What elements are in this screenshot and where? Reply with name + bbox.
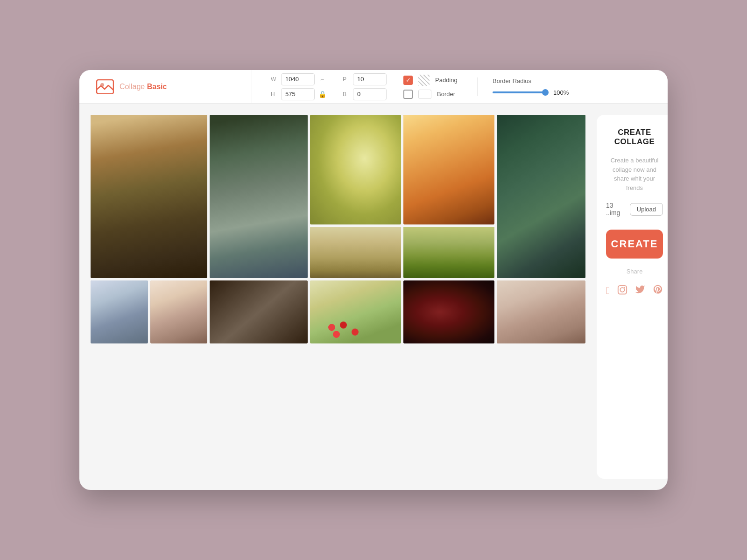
twitter-icon[interactable] xyxy=(635,284,645,297)
photo-row3-col1 xyxy=(91,280,207,343)
app-container: Collage Basic W ⌐ H 🔒 xyxy=(79,70,668,490)
padding-toggle-label: Padding xyxy=(435,77,458,84)
photo-cell-4[interactable] xyxy=(403,115,494,224)
dimension-controls: W ⌐ H 🔒 xyxy=(271,73,326,100)
border-toggle-row: Border xyxy=(403,90,460,99)
facebook-icon[interactable]:  xyxy=(606,285,610,297)
logo-icon xyxy=(96,79,114,94)
lock-top-icon: ⌐ xyxy=(318,76,326,83)
width-input[interactable] xyxy=(281,73,315,85)
padding-label: P xyxy=(343,76,349,83)
photo-cell-5[interactable] xyxy=(310,227,401,278)
lock-bottom-icon: 🔒 xyxy=(318,91,326,98)
svg-point-3 xyxy=(620,287,624,292)
padding-toggle-row: Padding xyxy=(403,75,460,86)
logo-section: Collage Basic xyxy=(79,70,252,103)
instagram-icon[interactable] xyxy=(617,285,627,297)
toggle-group: Padding Border xyxy=(403,75,460,99)
border-toggle-label: Border xyxy=(437,91,460,98)
photo-cell-10[interactable] xyxy=(210,280,308,343)
svg-point-4 xyxy=(624,287,625,287)
height-input[interactable] xyxy=(281,88,315,100)
photo-cell-12[interactable] xyxy=(403,280,494,343)
logo-text: Collage Basic xyxy=(120,83,167,91)
height-label: H xyxy=(271,91,277,98)
upload-row: 13 ..img Upload xyxy=(606,202,663,217)
create-collage-desc: Create a beautiful collage now and share… xyxy=(606,156,663,192)
pinterest-icon[interactable] xyxy=(653,284,663,297)
main-content: CREATE COLLAGE Create a beautiful collag… xyxy=(79,104,668,490)
photo-cell-6[interactable] xyxy=(403,227,494,278)
border-color-swatch[interactable] xyxy=(418,90,431,99)
width-label: W xyxy=(271,76,277,83)
logo-basic: Basic xyxy=(147,83,167,91)
border-radius-section: Border Radius 100% xyxy=(477,77,584,96)
header: Collage Basic W ⌐ H 🔒 xyxy=(79,70,668,104)
border-row: B xyxy=(343,88,387,100)
controls-section: W ⌐ H 🔒 P B xyxy=(252,73,668,100)
share-label: Share xyxy=(627,268,643,275)
border-radius-label: Border Radius xyxy=(493,77,569,84)
padding-checkbox[interactable] xyxy=(403,76,413,85)
border-label: B xyxy=(343,91,349,98)
border-input[interactable] xyxy=(353,88,387,100)
padding-input[interactable] xyxy=(353,73,387,85)
photo-cell-13[interactable] xyxy=(497,280,585,343)
height-row: H 🔒 xyxy=(271,88,326,100)
collage-grid xyxy=(91,115,585,479)
pattern-icon xyxy=(418,75,430,86)
photo-cell-1[interactable] xyxy=(91,115,207,278)
right-sidebar: CREATE COLLAGE Create a beautiful collag… xyxy=(597,115,668,479)
border-radius-value: 100% xyxy=(553,89,569,96)
social-icons:  xyxy=(606,284,663,297)
border-checkbox[interactable] xyxy=(403,90,413,99)
photo-cell-8[interactable] xyxy=(91,280,148,343)
width-row: W ⌐ xyxy=(271,73,326,85)
padding-row: P xyxy=(343,73,387,85)
create-button[interactable]: CREATE xyxy=(606,230,663,259)
slider-row: 100% xyxy=(493,89,569,96)
upload-button[interactable]: Upload xyxy=(630,203,663,216)
collage-section xyxy=(91,115,585,479)
border-radius-slider[interactable] xyxy=(493,91,549,93)
create-collage-title: CREATE COLLAGE xyxy=(606,128,663,147)
photo-cell-9[interactable] xyxy=(150,280,208,343)
logo-collage: Collage xyxy=(120,83,145,91)
svg-rect-2 xyxy=(618,285,627,294)
padding-border-controls: P B xyxy=(343,73,387,100)
photo-cell-7[interactable] xyxy=(497,115,585,278)
photo-cell-11[interactable] xyxy=(310,280,401,343)
img-count: 13 ..img xyxy=(606,202,624,217)
photo-cell-2[interactable] xyxy=(210,115,308,278)
photo-cell-3[interactable] xyxy=(310,115,401,224)
